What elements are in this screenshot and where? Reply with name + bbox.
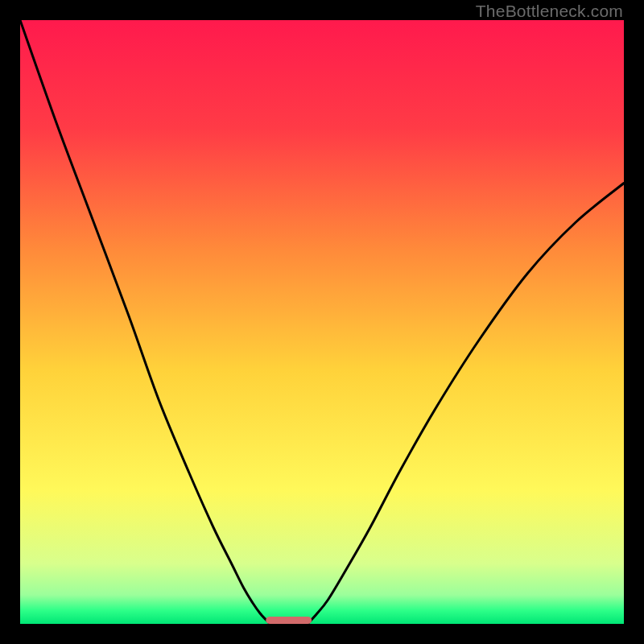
- bottom-marker: [266, 617, 312, 624]
- outer-frame: TheBottleneck.com: [0, 0, 644, 644]
- watermark-text: TheBottleneck.com: [476, 2, 623, 21]
- chart-plot-area: [20, 20, 624, 624]
- chart-svg: [20, 20, 624, 624]
- chart-background: [20, 20, 624, 624]
